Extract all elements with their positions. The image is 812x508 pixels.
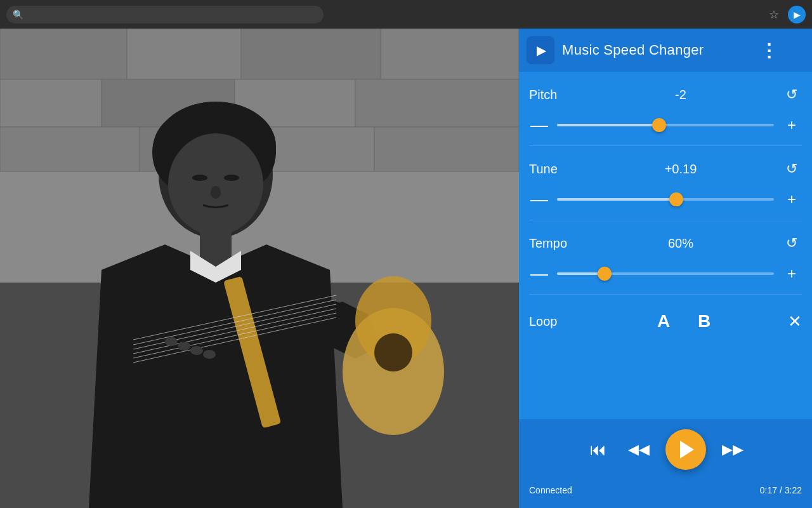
player-section: ⏮ ◀◀ ▶▶ Connected 0:17 / 3:22 xyxy=(519,419,812,508)
connection-status: Connected xyxy=(529,485,572,495)
app-logo: ▶ xyxy=(527,36,554,64)
star-icon[interactable]: ☆ xyxy=(765,6,783,23)
video-container xyxy=(0,29,519,508)
browser-chrome: 🔍 ☆ ▶ xyxy=(0,0,812,29)
tempo-header: Tempo 60% ↺ xyxy=(529,233,802,253)
tempo-value: 60% xyxy=(580,236,782,251)
svg-point-19 xyxy=(192,175,207,181)
tune-increase-button[interactable]: + xyxy=(782,189,802,210)
pitch-section: Pitch -2 ↺ — + xyxy=(529,72,802,146)
tab-bar: 🔍 xyxy=(6,6,760,23)
loop-label: Loop xyxy=(529,314,580,329)
svg-rect-9 xyxy=(0,127,140,171)
svg-rect-3 xyxy=(241,29,381,79)
pitch-slider-row: — + xyxy=(529,115,802,135)
video-background xyxy=(0,29,519,508)
svg-rect-5 xyxy=(0,79,102,127)
svg-rect-8 xyxy=(355,79,519,127)
pitch-value: -2 xyxy=(580,88,782,102)
player-controls: ⏮ ◀◀ ▶▶ xyxy=(584,429,747,470)
play-icon xyxy=(680,441,694,458)
search-bar[interactable]: 🔍 xyxy=(6,6,324,23)
loop-b-button[interactable]: B xyxy=(690,307,718,335)
panel-header: ▶ Music Speed Changer ⋮ xyxy=(519,29,812,72)
svg-rect-2 xyxy=(127,29,241,79)
pitch-reset-button[interactable]: ↺ xyxy=(782,84,802,105)
pitch-slider[interactable] xyxy=(557,124,774,126)
svg-point-34 xyxy=(178,342,190,351)
tune-label: Tune xyxy=(529,162,580,177)
playback-time: 0:17 / 3:22 xyxy=(760,485,802,495)
loop-close-button[interactable]: ✕ xyxy=(788,312,802,331)
svg-point-18 xyxy=(168,133,263,235)
toolbar-right: ☆ ▶ xyxy=(765,6,806,23)
svg-point-33 xyxy=(165,337,178,346)
video-person-svg xyxy=(0,29,519,508)
tune-decrease-button[interactable]: — xyxy=(529,189,549,210)
tune-slider[interactable] xyxy=(557,198,774,201)
panel-menu-button[interactable]: ⋮ xyxy=(760,40,778,61)
pitch-increase-button[interactable]: + xyxy=(782,115,802,135)
tempo-label: Tempo xyxy=(529,236,580,251)
loop-section: Loop A B ✕ xyxy=(529,295,802,348)
svg-point-35 xyxy=(190,346,203,355)
loop-a-button[interactable]: A xyxy=(650,307,678,335)
music-speed-changer-panel: ▶ Music Speed Changer ⋮ Pitch -2 ↺ — + xyxy=(519,29,812,508)
search-icon: 🔍 xyxy=(13,10,23,20)
loop-buttons: A B xyxy=(580,307,788,335)
status-bar: Connected 0:17 / 3:22 xyxy=(519,480,812,503)
rewind-button[interactable]: ◀◀ xyxy=(625,436,653,464)
tune-value: +0.19 xyxy=(580,162,782,177)
tune-section: Tune +0.19 ↺ — + xyxy=(529,146,802,220)
tune-reset-button[interactable]: ↺ xyxy=(782,159,802,179)
skip-back-button[interactable]: ⏮ xyxy=(584,436,612,464)
tempo-slider[interactable] xyxy=(557,272,774,275)
tempo-section: Tempo 60% ↺ — + xyxy=(529,220,802,295)
svg-rect-1 xyxy=(0,29,127,79)
tune-slider-row: — + xyxy=(529,189,802,210)
svg-point-36 xyxy=(203,350,216,359)
svg-rect-12 xyxy=(374,127,519,171)
tempo-reset-button[interactable]: ↺ xyxy=(782,233,802,253)
tempo-slider-row: — + xyxy=(529,264,802,284)
app-title: Music Speed Changer xyxy=(562,42,752,58)
forward-extension-icon[interactable]: ▶ xyxy=(788,6,806,23)
tempo-increase-button[interactable]: + xyxy=(782,264,802,284)
tempo-decrease-button[interactable]: — xyxy=(529,264,549,284)
panel-content: Pitch -2 ↺ — + Tune +0.19 ↺ xyxy=(519,72,812,419)
tune-header: Tune +0.19 ↺ xyxy=(529,159,802,179)
svg-point-21 xyxy=(211,186,221,199)
play-button[interactable] xyxy=(665,429,706,470)
svg-point-20 xyxy=(224,175,239,181)
pitch-header: Pitch -2 ↺ xyxy=(529,84,802,105)
svg-rect-4 xyxy=(381,29,519,79)
svg-point-25 xyxy=(374,333,412,371)
pitch-decrease-button[interactable]: — xyxy=(529,115,549,135)
pitch-label: Pitch xyxy=(529,88,580,102)
fast-forward-button[interactable]: ▶▶ xyxy=(719,436,747,464)
